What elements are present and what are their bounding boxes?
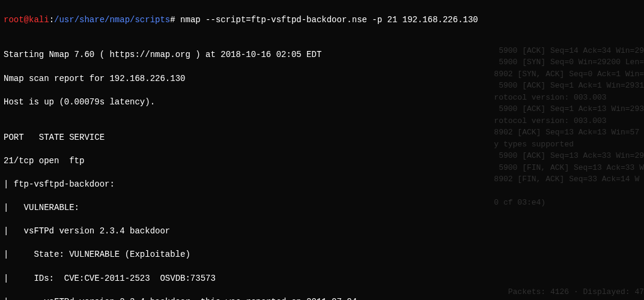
prompt-path: /usr/share/nmap/scripts: [54, 15, 170, 25]
output-line: | IDs: CVE:CVE-2011-2523 OSVDB:73573: [4, 273, 640, 285]
command-text: nmap --script=ftp-vsftpd-backdoor.nse -p…: [180, 15, 478, 25]
output-line: Starting Nmap 7.60 ( https://nmap.org ) …: [4, 49, 640, 61]
output-line: | vsFTPd version 2.3.4 backdoor: [4, 226, 640, 238]
output-line: 21/tcp open ftp: [4, 155, 640, 167]
prompt-colon: :: [49, 15, 54, 25]
output-line: Host is up (0.00079s latency).: [4, 97, 640, 109]
output-line: | VULNERABLE:: [4, 202, 640, 214]
prompt-at: @: [24, 15, 29, 25]
output-line: | ftp-vsftpd-backdoor:: [4, 179, 640, 191]
output-line: | vsFTPd version 2.3.4 backdoor, this wa…: [4, 296, 640, 300]
command-text: [175, 15, 180, 25]
prompt-user: root: [4, 15, 24, 25]
output-line: PORT STATE SERVICE: [4, 132, 640, 144]
prompt-line-1: root@kali:/usr/share/nmap/scripts# nmap …: [4, 14, 640, 26]
prompt-hash: #: [170, 15, 175, 25]
output-line: Nmap scan report for 192.168.226.130: [4, 73, 640, 85]
output-line: | State: VULNERABLE (Exploitable): [4, 249, 640, 261]
terminal-window[interactable]: root@kali:/usr/share/nmap/scripts# nmap …: [0, 0, 644, 300]
prompt-host: kali: [29, 15, 49, 25]
